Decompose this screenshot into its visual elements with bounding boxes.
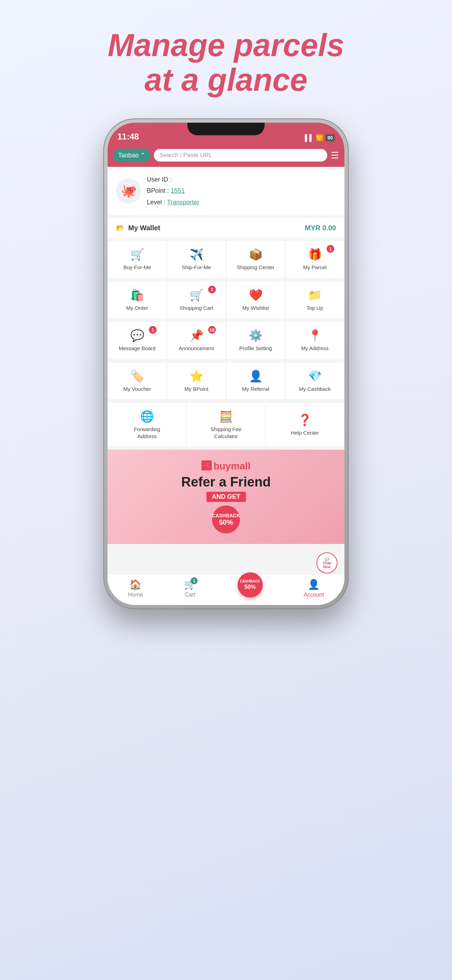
- menu-icon[interactable]: ☰: [331, 150, 339, 161]
- screen-content: 🐙 User ID : BPoint : 1551 Level: [108, 167, 344, 604]
- grid-item-top-up[interactable]: 📁 Top Up: [285, 281, 344, 319]
- shipping-fee-calculator-label: Shipping FeeCalculator: [210, 426, 242, 439]
- grid-section-1: 🛒 Buy-For-Me ✈️ Ship-For-Me 📦 Shipping C…: [108, 240, 344, 278]
- banner-title: Refer a Friend: [181, 474, 271, 490]
- announcement-label: Announcement: [179, 345, 214, 352]
- phone-notch: [188, 123, 264, 135]
- grid-item-my-bpoint[interactable]: ⭐ My BPoint: [167, 362, 226, 400]
- cashback-center-percent: 50%: [244, 584, 255, 590]
- shipping-fee-calculator-icon: 🧮: [219, 410, 233, 423]
- grid-item-my-cashback[interactable]: 💎 My Cashback: [285, 362, 344, 400]
- shipping-center-icon: 📦: [249, 248, 263, 261]
- bpoint-value[interactable]: 1551: [170, 187, 185, 194]
- home-label: Home: [128, 592, 143, 598]
- nav-cashback-center[interactable]: CASHBACK 50%: [237, 579, 263, 598]
- shopping-cart-label: Shopping Cart: [180, 305, 213, 312]
- platform-selector[interactable]: Taobao ⌃: [113, 149, 150, 162]
- help-center-icon: ❓: [298, 413, 312, 426]
- wallet-amount: MYR 0.00: [305, 224, 336, 232]
- my-parcel-icon: 🎁: [308, 248, 322, 261]
- my-address-label: My Address: [301, 345, 328, 352]
- phone-outer: 11:48 ▌▌ 🛜 90 Taobao ⌃ Search / Paste UR…: [103, 118, 349, 609]
- forwarding-address-label: ForwardingAddress: [134, 426, 160, 439]
- buy-for-me-icon: 🛒: [131, 248, 144, 261]
- grid-section-2: 🛍️ My Order 1 🛒 Shopping Cart ❤️ My Wish…: [108, 281, 344, 319]
- my-referral-icon: 👤: [249, 369, 263, 383]
- status-time: 11:48: [118, 132, 139, 142]
- profile-setting-label: Profile Setting: [239, 345, 272, 352]
- grid-item-profile-setting[interactable]: ⚙️ Profile Setting: [226, 321, 285, 359]
- grid-item-my-voucher[interactable]: 🏷️ My Voucher: [108, 362, 167, 400]
- bottom-spacer: [108, 544, 344, 572]
- nav-home[interactable]: 🏠 Home: [128, 579, 143, 598]
- phone-screen: 11:48 ▌▌ 🛜 90 Taobao ⌃ Search / Paste UR…: [108, 123, 344, 605]
- grid-section-3: 1 💬 Message Board 19 📌 Announcement ⚙️ P…: [108, 321, 344, 359]
- nav-account[interactable]: 👤 Account: [304, 579, 324, 598]
- message-board-icon: 💬: [131, 329, 144, 342]
- grid-4: 🏷️ My Voucher ⭐ My BPoint 👤 My Referral: [108, 362, 344, 400]
- grid-3: 1 💬 Message Board 19 📌 Announcement ⚙️ P…: [108, 321, 344, 359]
- profile-info: User ID : BPoint : 1551 Level : Transpor…: [147, 174, 199, 208]
- grid-item-ship-for-me[interactable]: ✈️ Ship-For-Me: [167, 240, 226, 278]
- my-wishlist-icon: ❤️: [249, 288, 263, 302]
- grid-item-my-order[interactable]: 🛍️ My Order: [108, 281, 167, 319]
- search-input[interactable]: Search / Paste URL: [154, 149, 327, 162]
- nav-cart[interactable]: 1 🛒 Cart: [184, 579, 196, 598]
- shipping-center-label: Shipping Center: [237, 264, 275, 271]
- my-address-icon: 📍: [308, 329, 322, 342]
- my-cashback-label: My Cashback: [299, 385, 331, 393]
- status-icons: ▌▌ 🛜 90: [305, 134, 334, 142]
- shopping-cart-icon: 🛒: [189, 288, 204, 302]
- grid-item-my-referral[interactable]: 👤 My Referral: [226, 362, 285, 400]
- grid-item-help-center[interactable]: ❓ Help Center: [266, 402, 344, 447]
- account-icon: 👤: [308, 579, 320, 590]
- ship-for-me-label: Ship-For-Me: [182, 264, 211, 271]
- grid-item-my-address[interactable]: 📍 My Address: [285, 321, 344, 359]
- wallet-section[interactable]: 📂 My Wallet MYR 0.00: [108, 218, 344, 238]
- my-bpoint-label: My BPoint: [184, 385, 208, 393]
- grid-item-shipping-fee-calculator[interactable]: 🧮 Shipping FeeCalculator: [186, 402, 265, 447]
- headline-text: Manage parcels at a glance: [108, 28, 344, 97]
- grid-5: 🌐 ForwardingAddress 🧮 Shipping FeeCalcul…: [108, 402, 344, 447]
- my-referral-label: My Referral: [242, 385, 269, 393]
- wifi-icon: 🛜: [316, 134, 323, 142]
- bpoint-row: BPoint : 1551: [147, 185, 199, 196]
- announcement-badge: 19: [208, 326, 216, 334]
- my-bpoint-icon: ⭐: [189, 369, 204, 383]
- headline: Manage parcels at a glance: [108, 28, 344, 97]
- banner-logo: 🅱 buymall: [202, 460, 250, 472]
- my-cashback-icon: 💎: [308, 369, 322, 383]
- banner-section: 🅱 buymall Refer a Friend AND GET CASHBAC…: [108, 450, 344, 544]
- grid-item-announcement[interactable]: 19 📌 Announcement: [167, 321, 226, 359]
- search-bar: Taobao ⌃ Search / Paste URL ☰: [108, 145, 344, 167]
- cashback-center-button[interactable]: CASHBACK 50%: [237, 573, 263, 598]
- grid-item-my-parcel[interactable]: 1 🎁 My Parcel: [285, 240, 344, 278]
- grid-item-message-board[interactable]: 1 💬 Message Board: [108, 321, 167, 359]
- grid-item-shopping-cart[interactable]: 1 🛒 Shopping Cart: [167, 281, 226, 319]
- level-value[interactable]: Transporter: [167, 199, 199, 206]
- level-row: Level : Transporter: [147, 197, 199, 208]
- cashback-badge: CASHBACK 50%: [212, 506, 240, 533]
- my-parcel-label: My Parcel: [303, 264, 326, 271]
- grid-item-my-wishlist[interactable]: ❤️ My Wishlist: [226, 281, 285, 319]
- chevron-icon: ⌃: [140, 151, 145, 159]
- chat-now-button[interactable]: 💬 Chat Now: [317, 552, 337, 573]
- grid-item-buy-for-me[interactable]: 🛒 Buy-For-Me: [108, 240, 167, 278]
- userid-row: User ID :: [147, 174, 199, 185]
- banner-subtitle: AND GET: [206, 492, 246, 502]
- wallet-label: 📂 My Wallet: [116, 224, 161, 232]
- chat-icon: 💬: [325, 557, 329, 561]
- account-label: Account: [304, 592, 324, 598]
- announcement-icon: 📌: [189, 329, 204, 342]
- grid-item-shipping-center[interactable]: 📦 Shipping Center: [226, 240, 285, 278]
- grid-item-forwarding-address[interactable]: 🌐 ForwardingAddress: [108, 402, 186, 447]
- phone-mockup: 11:48 ▌▌ 🛜 90 Taobao ⌃ Search / Paste UR…: [103, 118, 349, 609]
- grid-1: 🛒 Buy-For-Me ✈️ Ship-For-Me 📦 Shipping C…: [108, 240, 344, 278]
- my-parcel-badge: 1: [326, 245, 334, 253]
- my-voucher-icon: 🏷️: [131, 369, 144, 383]
- grid-2: 🛍️ My Order 1 🛒 Shopping Cart ❤️ My Wish…: [108, 281, 344, 319]
- my-voucher-label: My Voucher: [123, 385, 151, 393]
- signal-icon: ▌▌: [305, 134, 314, 142]
- shopping-cart-badge: 1: [208, 286, 216, 293]
- forwarding-address-icon: 🌐: [140, 410, 154, 423]
